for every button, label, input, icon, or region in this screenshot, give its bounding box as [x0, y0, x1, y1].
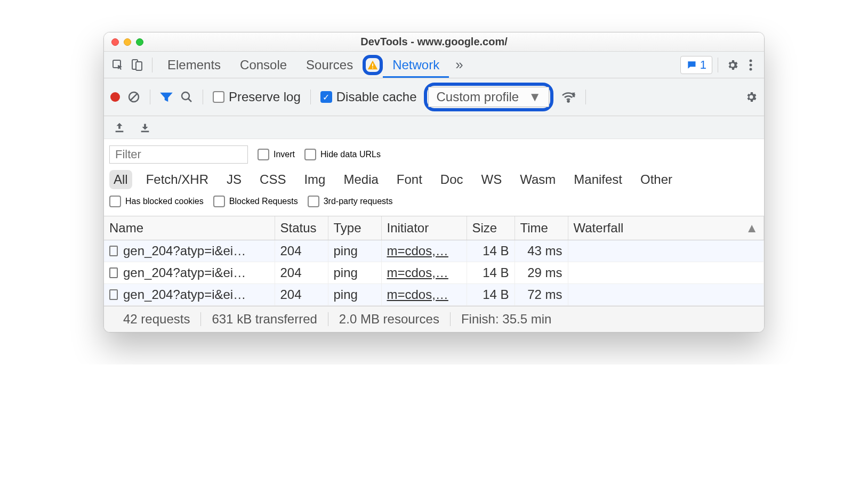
- filter-type-media[interactable]: Media: [339, 170, 382, 189]
- sort-icon: ▲: [745, 221, 758, 236]
- throttle-highlight: Custom profile ▼: [424, 83, 553, 111]
- settings-icon[interactable]: [724, 56, 742, 74]
- col-type[interactable]: Type: [328, 216, 381, 240]
- svg-point-7: [750, 68, 752, 70]
- preserve-log-label: Preserve log: [229, 90, 301, 104]
- search-icon[interactable]: [180, 91, 193, 103]
- main-tab-strip: Elements Console Sources Network » 1: [104, 52, 764, 78]
- svg-point-12: [567, 101, 569, 102]
- warning-icon: [367, 59, 379, 71]
- filter-type-wasm[interactable]: Wasm: [516, 170, 560, 189]
- separator: [152, 58, 152, 72]
- svg-rect-3: [372, 63, 373, 67]
- filter-type-other[interactable]: Other: [636, 170, 677, 189]
- status-requests: 42 requests: [112, 312, 200, 327]
- svg-rect-13: [116, 131, 124, 132]
- file-icon: [109, 246, 118, 256]
- network-conditions-icon[interactable]: [561, 91, 576, 103]
- chat-icon: [686, 60, 697, 70]
- svg-point-10: [182, 92, 189, 100]
- filter-type-all[interactable]: All: [109, 170, 132, 189]
- filter-type-fetch[interactable]: Fetch/XHR: [142, 170, 213, 189]
- filter-type-manifest[interactable]: Manifest: [569, 170, 626, 189]
- titlebar: DevTools - www.google.com/: [104, 33, 764, 52]
- throttling-value: Custom profile: [436, 90, 519, 104]
- hide-data-urls-checkbox[interactable]: Hide data URLs: [304, 149, 381, 160]
- table-header-row: Name Status Type Initiator Size Time Wat…: [104, 216, 764, 240]
- filter-type-font[interactable]: Font: [392, 170, 427, 189]
- svg-rect-4: [372, 67, 373, 68]
- clear-button[interactable]: [127, 91, 140, 103]
- dropdown-icon: ▼: [528, 90, 541, 104]
- window-title: DevTools - www.google.com/: [104, 36, 764, 48]
- col-initiator[interactable]: Initiator: [381, 216, 467, 240]
- svg-line-11: [188, 99, 191, 102]
- status-bar: 42 requests 631 kB transferred 2.0 MB re…: [104, 306, 764, 332]
- file-icon: [109, 267, 118, 278]
- col-time[interactable]: Time: [515, 216, 568, 240]
- filter-type-ws[interactable]: WS: [477, 170, 507, 189]
- third-party-checkbox[interactable]: 3rd-party requests: [308, 196, 393, 207]
- filter-type-doc[interactable]: Doc: [436, 170, 468, 189]
- export-har-icon[interactable]: [139, 121, 151, 133]
- import-har-icon[interactable]: [114, 121, 125, 133]
- record-button[interactable]: [110, 92, 120, 102]
- status-resources: 2.0 MB resources: [328, 312, 450, 327]
- issues-badge[interactable]: 1: [680, 56, 712, 74]
- filter-icon[interactable]: [160, 91, 173, 103]
- kebab-menu-icon[interactable]: [742, 56, 760, 74]
- initiator-link[interactable]: m=cdos,…: [387, 265, 448, 280]
- col-waterfall[interactable]: Waterfall▲: [568, 216, 764, 240]
- svg-line-9: [130, 93, 138, 101]
- preserve-log-checkbox[interactable]: Preserve log: [213, 90, 301, 104]
- blocked-requests-checkbox[interactable]: Blocked Requests: [213, 196, 298, 207]
- tab-sources[interactable]: Sources: [296, 52, 363, 78]
- import-export-bar: [104, 116, 764, 139]
- svg-point-5: [750, 59, 752, 62]
- separator: [718, 58, 718, 72]
- tab-elements[interactable]: Elements: [158, 52, 230, 78]
- file-icon: [109, 289, 118, 300]
- status-transferred: 631 kB transferred: [201, 312, 327, 327]
- col-name[interactable]: Name: [104, 216, 275, 240]
- col-status[interactable]: Status: [275, 216, 328, 240]
- filter-type-img[interactable]: Img: [300, 170, 329, 189]
- table-row[interactable]: gen_204?atyp=i&ei… 204 ping m=cdos,… 14 …: [104, 240, 764, 262]
- inspect-icon[interactable]: [108, 55, 127, 75]
- svg-rect-2: [136, 62, 142, 70]
- filter-input[interactable]: [109, 145, 248, 164]
- tab-network[interactable]: Network: [383, 52, 449, 78]
- svg-rect-14: [141, 131, 149, 132]
- initiator-link[interactable]: m=cdos,…: [387, 244, 448, 258]
- filter-bar: Invert Hide data URLs All Fetch/XHR JS C…: [104, 139, 764, 216]
- table-row[interactable]: gen_204?atyp=i&ei… 204 ping m=cdos,… 14 …: [104, 284, 764, 306]
- svg-point-6: [750, 63, 752, 66]
- throttling-select[interactable]: Custom profile ▼: [428, 87, 549, 107]
- col-size[interactable]: Size: [467, 216, 515, 240]
- disable-cache-label: Disable cache: [336, 90, 417, 104]
- disable-cache-checkbox[interactable]: ✓ Disable cache: [320, 90, 417, 104]
- invert-checkbox[interactable]: Invert: [258, 149, 295, 160]
- more-tabs-button[interactable]: »: [449, 56, 469, 73]
- table-row[interactable]: gen_204?atyp=i&ei… 204 ping m=cdos,… 14 …: [104, 262, 764, 284]
- status-finish: Finish: 35.5 min: [451, 312, 562, 327]
- initiator-link[interactable]: m=cdos,…: [387, 287, 448, 302]
- network-table: Name Status Type Initiator Size Time Wat…: [104, 216, 764, 306]
- network-settings-icon[interactable]: [745, 91, 758, 103]
- devtools-window: DevTools - www.google.com/ Elements Cons…: [103, 32, 765, 332]
- filter-type-js[interactable]: JS: [222, 170, 246, 189]
- tab-console[interactable]: Console: [230, 52, 296, 78]
- filter-type-css[interactable]: CSS: [255, 170, 290, 189]
- device-toggle-icon[interactable]: [127, 55, 147, 75]
- warning-highlight: [363, 55, 383, 75]
- has-blocked-cookies-checkbox[interactable]: Has blocked cookies: [109, 196, 204, 207]
- issues-count: 1: [700, 58, 706, 72]
- network-toolbar: Preserve log ✓ Disable cache Custom prof…: [104, 78, 764, 116]
